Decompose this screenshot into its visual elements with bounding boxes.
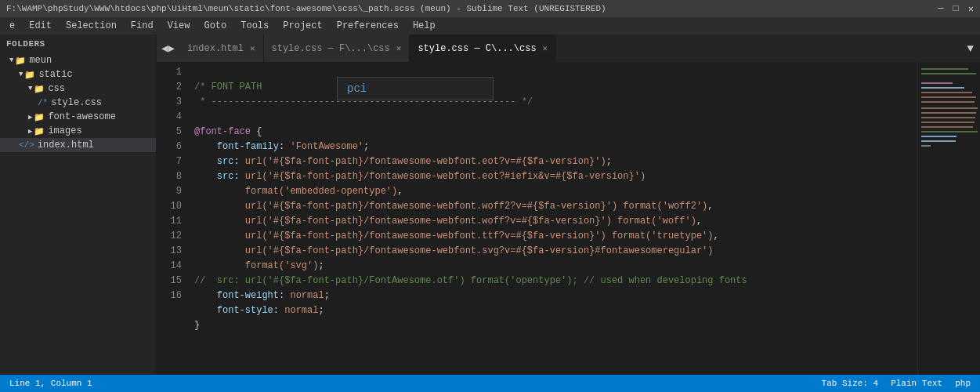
svg-rect-5 bbox=[921, 92, 972, 93]
nav-right-icon[interactable]: ▶ bbox=[168, 42, 174, 55]
line-num: 6 bbox=[157, 140, 182, 154]
line-num: 12 bbox=[157, 229, 182, 244]
tab-overflow-icon[interactable]: ▼ bbox=[961, 42, 980, 55]
sidebar-item-images[interactable]: ▶ 📁 images bbox=[0, 124, 156, 138]
tab-size[interactable]: Tab Size: 4 bbox=[822, 379, 879, 388]
sidebar-item-css[interactable]: ▼ 📁 css bbox=[0, 82, 156, 96]
title-bar: F:\WAMP\phpStudy\WWW\htdocs\php\UiHtml\m… bbox=[0, 0, 980, 17]
svg-rect-3 bbox=[921, 82, 953, 84]
line-num: 10 bbox=[157, 199, 182, 214]
tab-indexhtml[interactable]: index.html ✕ bbox=[179, 34, 264, 62]
folder-label: css bbox=[48, 83, 65, 94]
svg-rect-8 bbox=[921, 107, 978, 109]
svg-rect-9 bbox=[921, 112, 976, 114]
line-num: 15 bbox=[157, 274, 182, 289]
minimap bbox=[917, 62, 980, 375]
title-text: F:\WAMP\phpStudy\WWW\htdocs\php\UiHtml\m… bbox=[6, 4, 606, 13]
window-controls: ─ □ ✕ bbox=[938, 3, 974, 15]
menu-bar: e Edit Selection Find View Goto Tools Pr… bbox=[0, 17, 980, 34]
menu-item-help[interactable]: Help bbox=[407, 19, 442, 33]
cursor-position[interactable]: Line 1, Column 1 bbox=[9, 379, 92, 388]
arrow-icon: ▼ bbox=[28, 85, 32, 93]
minimize-button[interactable]: ─ bbox=[938, 3, 943, 15]
line-num: 1 bbox=[157, 65, 182, 80]
encoding[interactable]: Plain Text bbox=[891, 379, 942, 388]
tab-label: style.css — C\...\css bbox=[418, 43, 536, 54]
menu-item-find[interactable]: Find bbox=[125, 19, 160, 33]
nav-left-icon[interactable]: ◀ bbox=[161, 42, 168, 55]
line-numbers: 1 2 3 4 5 6 7 8 9 10 11 12 13 14 15 16 bbox=[157, 62, 188, 375]
folder-label: images bbox=[48, 125, 81, 136]
svg-rect-16 bbox=[921, 145, 931, 147]
tab-close-icon[interactable]: ✕ bbox=[396, 43, 402, 53]
menu-item-selection[interactable]: Selection bbox=[60, 19, 123, 33]
menu-item-view[interactable]: View bbox=[161, 19, 197, 33]
autocomplete-input[interactable]: pci bbox=[347, 82, 367, 95]
svg-rect-13 bbox=[921, 131, 978, 132]
tab-bar: ◀ ▶ index.html ✕ style.css — F\...\css ✕… bbox=[157, 34, 980, 62]
folder-icon: 📁 bbox=[24, 70, 35, 80]
file-label: style.css bbox=[51, 97, 102, 108]
menu-item-project[interactable]: Project bbox=[277, 19, 328, 33]
arrow-icon: ▶ bbox=[28, 127, 32, 136]
menu-item-goto[interactable]: Goto bbox=[197, 19, 233, 33]
tab-label: style.css — F\...\css bbox=[272, 43, 390, 54]
svg-rect-6 bbox=[921, 96, 976, 98]
svg-rect-4 bbox=[921, 87, 964, 89]
menu-item-preferences[interactable]: Preferences bbox=[331, 19, 405, 33]
autocomplete-popup[interactable]: pci bbox=[337, 77, 494, 100]
file-label: index.html bbox=[38, 140, 94, 151]
menu-item-tools[interactable]: Tools bbox=[234, 19, 275, 33]
code-editor: 1 2 3 4 5 6 7 8 9 10 11 12 13 14 15 16 /… bbox=[157, 62, 980, 375]
sidebar-item-font-awesome[interactable]: ▶ 📁 font-awesome bbox=[0, 110, 156, 124]
line-num: 5 bbox=[157, 125, 182, 140]
svg-rect-12 bbox=[921, 126, 973, 128]
svg-rect-7 bbox=[921, 101, 975, 103]
sidebar-item-meun[interactable]: ▼ 📁 meun bbox=[0, 53, 156, 67]
editor-area: ◀ ▶ index.html ✕ style.css — F\...\css ✕… bbox=[157, 34, 980, 375]
arrow-icon: ▼ bbox=[19, 71, 23, 78]
menu-item-e[interactable]: e bbox=[3, 19, 21, 33]
sidebar: FOLDERS ▼ 📁 meun ▼ 📁 static ▼ 📁 css /* s… bbox=[0, 34, 157, 375]
svg-rect-11 bbox=[921, 122, 975, 123]
file-icon: /* bbox=[38, 98, 48, 107]
status-bar: Line 1, Column 1 Tab Size: 4 Plain Text … bbox=[0, 375, 980, 392]
folder-icon: 📁 bbox=[34, 84, 45, 94]
line-num: 14 bbox=[157, 259, 182, 274]
sidebar-item-indexhtml[interactable]: </> index.html bbox=[0, 138, 156, 152]
folder-icon: 📁 bbox=[34, 112, 45, 122]
menu-item-edit[interactable]: Edit bbox=[23, 19, 58, 33]
line-num: 13 bbox=[157, 244, 182, 259]
folder-label: static bbox=[38, 69, 72, 80]
tab-close-icon[interactable]: ✕ bbox=[250, 43, 255, 53]
folder-icon: 📁 bbox=[34, 126, 45, 136]
svg-rect-1 bbox=[921, 68, 968, 70]
folder-icon: 📁 bbox=[15, 56, 26, 66]
status-right: Tab Size: 4 Plain Text php bbox=[822, 379, 971, 388]
sidebar-item-static[interactable]: ▼ 📁 static bbox=[0, 67, 156, 82]
tab-stylecss-c[interactable]: style.css — C\...\css ✕ bbox=[410, 34, 556, 62]
sidebar-header: FOLDERS bbox=[0, 34, 156, 53]
svg-rect-2 bbox=[921, 73, 976, 74]
minimap-svg bbox=[918, 62, 980, 375]
folder-label: font-awesome bbox=[48, 111, 115, 122]
svg-rect-14 bbox=[921, 136, 956, 137]
close-button[interactable]: ✕ bbox=[968, 3, 974, 15]
tab-label: index.html bbox=[187, 43, 244, 54]
line-num: 16 bbox=[157, 289, 182, 303]
arrow-icon: ▼ bbox=[9, 56, 13, 64]
line-num: 4 bbox=[157, 110, 182, 125]
nav-arrows[interactable]: ◀ ▶ bbox=[157, 34, 179, 62]
tab-close-icon[interactable]: ✕ bbox=[543, 43, 548, 53]
line-num: 2 bbox=[157, 80, 182, 95]
tab-stylecss-f[interactable]: style.css — F\...\css ✕ bbox=[264, 34, 410, 62]
code-content[interactable]: /* FONT PATH * -------------------------… bbox=[188, 62, 917, 375]
language[interactable]: php bbox=[955, 379, 971, 388]
maximize-button[interactable]: □ bbox=[953, 3, 959, 15]
folder-label: meun bbox=[29, 55, 52, 66]
sidebar-item-stylecss[interactable]: /* style.css bbox=[0, 96, 156, 110]
line-num: 9 bbox=[157, 184, 182, 199]
line-num: 3 bbox=[157, 95, 182, 110]
arrow-icon: ▶ bbox=[28, 113, 32, 122]
svg-rect-15 bbox=[921, 140, 956, 142]
